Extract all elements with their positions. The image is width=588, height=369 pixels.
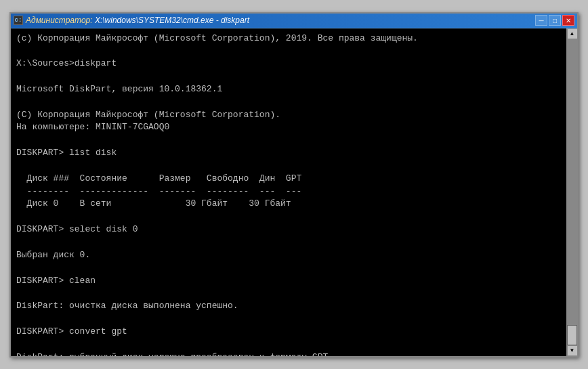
titlebar-left: c: Администратор: X:\windows\SYSTEM32\cm…	[14, 16, 249, 25]
titlebar-admin: Администратор:	[26, 16, 93, 25]
scrollbar-track[interactable]	[567, 39, 577, 345]
line-7: (С) Корпорация Майкрософт (Microsoft Cor…	[16, 110, 280, 120]
line-1: (с) Корпорация Майкрософт (Microsoft Cor…	[16, 33, 418, 43]
window-body: (с) Корпорация Майкрософт (Microsoft Cor…	[11, 28, 577, 356]
minimize-button[interactable]: ─	[535, 15, 547, 26]
line-5: Microsoft DiskPart, версия 10.0.18362.1	[16, 84, 222, 94]
close-button[interactable]: ✕	[562, 15, 574, 26]
cmd-icon: c:	[14, 16, 23, 25]
line-3: X:\Sources>diskpart	[16, 58, 117, 68]
line-26: DiskPart: выбранный диск успешно преобра…	[16, 352, 333, 356]
scrollbar[interactable]: ▲ ▼	[566, 28, 577, 356]
console-output[interactable]: (с) Корпорация Майкрософт (Microsoft Cor…	[11, 28, 566, 356]
scroll-down-arrow[interactable]: ▼	[567, 345, 578, 356]
titlebar-title: Администратор: X:\windows\SYSTEM32\cmd.e…	[26, 16, 249, 25]
line-16: DISKPART> select disk 0	[16, 224, 138, 234]
line-20: DISKPART> clean	[16, 276, 96, 286]
line-13: -------- ------------- ------- -------- …	[16, 186, 301, 196]
scrollbar-thumb[interactable]	[567, 325, 577, 345]
titlebar-buttons: ─ □ ✕	[535, 15, 574, 26]
line-24: DISKPART> convert gpt	[16, 326, 127, 337]
scroll-up-arrow[interactable]: ▲	[567, 28, 578, 39]
line-10: DISKPART> list disk	[16, 148, 117, 158]
line-8: На компьютере: MININT-7CGAOQ0	[16, 122, 169, 132]
line-22: DiskPart: очистка диска выполнена успешн…	[16, 301, 238, 311]
maximize-button[interactable]: □	[549, 15, 561, 26]
line-18: Выбран диск 0.	[16, 250, 90, 260]
cmd-window: c: Администратор: X:\windows\SYSTEM32\cm…	[9, 12, 579, 357]
titlebar: c: Администратор: X:\windows\SYSTEM32\cm…	[11, 14, 577, 28]
line-14: Диск 0 В сети 30 Гбайт 30 Гбайт	[16, 198, 291, 209]
line-12: Диск ### Состояние Размер Свободно Дин G…	[16, 173, 301, 183]
